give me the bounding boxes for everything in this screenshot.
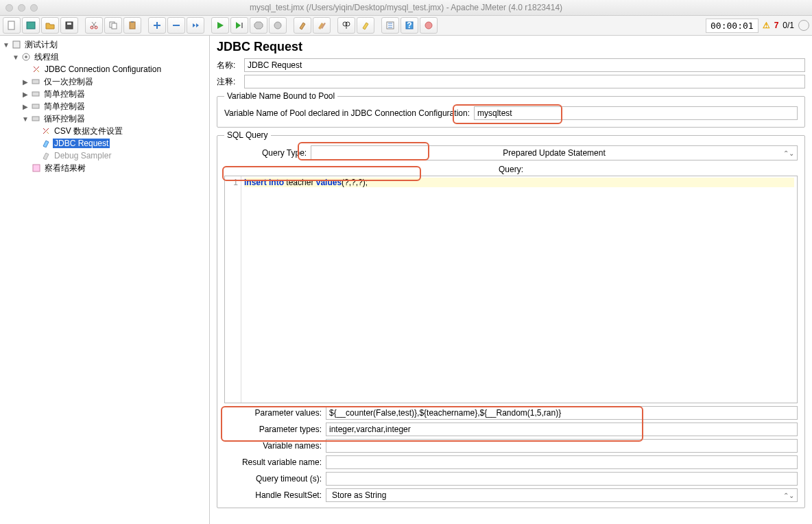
tree-item-jdbc-config[interactable]: JDBC Connection Configuration (0, 63, 209, 75)
code-keyword: insert into (244, 178, 284, 187)
close-window[interactable] (5, 4, 13, 12)
config-icon (32, 64, 41, 74)
sampler-icon (41, 139, 51, 148)
disclosure-icon[interactable]: ▶ (22, 78, 29, 86)
handle-value: Store as String (332, 490, 386, 500)
handle-label: Handle ResultSet: (224, 490, 326, 500)
tree-item-csv[interactable]: CSV 数据文件设置 (0, 125, 209, 137)
tree-item-results-tree[interactable]: 察看结果树 (0, 162, 209, 174)
svg-rect-24 (32, 117, 39, 121)
help-icon[interactable]: ? (401, 17, 418, 34)
name-label: 名称: (217, 60, 240, 71)
code-text2: (?,?,?); (342, 178, 368, 187)
templates-icon[interactable] (22, 17, 40, 34)
warning-count: 7 (774, 21, 779, 30)
tree-item-once-controller[interactable]: ▶仅一次控制器 (0, 75, 209, 88)
result-var-label: Result variable name: (224, 457, 326, 467)
comment-label: 注释: (217, 76, 240, 88)
tree-panel[interactable]: ▼测试计划 ▼线程组 JDBC Connection Configuration… (0, 36, 210, 524)
paste-icon[interactable] (123, 17, 141, 34)
svg-rect-18 (13, 41, 20, 48)
run-noTimers-icon[interactable] (230, 17, 248, 34)
gauge-icon[interactable] (798, 20, 809, 31)
chevron-updown-icon: ⌃⌄ (783, 492, 794, 499)
disclosure-icon[interactable]: ▼ (22, 115, 29, 123)
tree-root[interactable]: ▼测试计划 (0, 38, 209, 51)
minimize-window[interactable] (18, 4, 25, 12)
shutdown-icon[interactable] (269, 17, 287, 34)
elapsed-timer: 00:00:01 (706, 19, 759, 33)
threadgroup-icon (21, 52, 31, 62)
search-icon[interactable] (337, 17, 355, 34)
reset-search-icon[interactable] (357, 17, 374, 34)
code-keyword2: values (316, 178, 342, 187)
stop-icon[interactable] (250, 17, 267, 34)
window-controls[interactable] (5, 4, 38, 12)
sqlquery-legend: SQL Query (224, 130, 271, 140)
tools-icon[interactable] (420, 17, 438, 34)
param-types-input[interactable] (326, 422, 798, 436)
query-label: Query: (224, 165, 798, 174)
zoom-window[interactable] (30, 4, 38, 12)
expand-icon[interactable] (148, 17, 166, 34)
disclosure-icon[interactable]: ▶ (22, 103, 29, 110)
svg-point-17 (425, 22, 432, 29)
tree-threadgroup[interactable]: ▼线程组 (0, 51, 209, 63)
content-panel: JDBC Request 名称: 注释: Variable Name Bound… (210, 36, 812, 524)
handle-select[interactable]: Store as String⌃⌄ (326, 488, 798, 502)
svg-rect-23 (32, 104, 39, 108)
function-helper-icon[interactable] (381, 17, 399, 34)
sampler-icon (41, 151, 51, 160)
save-icon[interactable] (60, 17, 78, 34)
query-editor[interactable]: 1 insert into teacher values(?,?,?); (224, 176, 798, 403)
cut-icon[interactable] (85, 17, 103, 34)
result-var-input[interactable] (326, 455, 798, 469)
tree-item-jdbc-request[interactable]: JDBC Request (0, 137, 209, 150)
clear-all-icon[interactable] (313, 17, 331, 34)
pool-var-input[interactable] (474, 106, 798, 120)
titlebar: mysql_test.jmx (/Users/yiqin/Desktop/mys… (0, 0, 812, 15)
clear-icon[interactable] (294, 17, 311, 34)
svg-rect-8 (130, 22, 135, 29)
query-type-select[interactable]: Prepared Update Statement ⌃⌄ (311, 145, 798, 160)
name-input[interactable] (244, 58, 805, 72)
copy-icon[interactable] (104, 17, 122, 34)
var-names-input[interactable] (326, 439, 798, 453)
disclosure-icon[interactable]: ▼ (3, 41, 10, 49)
pool-var-label: Variable Name of Pool declared in JDBC C… (224, 108, 470, 118)
new-file-icon[interactable] (3, 17, 21, 34)
toggle-icon[interactable] (187, 17, 204, 34)
tree-item-simple-controller2[interactable]: ▶简单控制器 (0, 100, 209, 112)
comment-input[interactable] (244, 75, 805, 88)
disclosure-icon[interactable]: ▶ (22, 91, 29, 98)
window-title: mysql_test.jmx (/Users/yiqin/Desktop/mys… (250, 3, 562, 12)
toolbar: ? 00:00:01 ⚠ 7 0/1 (0, 15, 812, 36)
svg-rect-25 (33, 165, 40, 171)
listener-icon (32, 163, 41, 173)
var-names-label: Variable names: (224, 441, 326, 451)
tree-item-simple-controller[interactable]: ▶简单控制器 (0, 88, 209, 100)
pool-fieldset: Variable Name Bound to Pool Variable Nam… (217, 91, 805, 128)
query-type-value: Prepared Update Statement (503, 148, 605, 158)
svg-rect-7 (112, 23, 117, 29)
param-types-label: Parameter types: (224, 425, 326, 434)
svg-rect-10 (241, 23, 243, 28)
disclosure-icon[interactable]: ▼ (12, 53, 19, 61)
collapse-icon[interactable] (167, 17, 185, 34)
run-icon[interactable] (211, 17, 229, 34)
chevron-updown-icon: ⌃⌄ (783, 150, 794, 157)
sqlquery-fieldset: SQL Query Query Type: Prepared Update St… (217, 130, 805, 508)
timeout-input[interactable] (326, 472, 798, 486)
svg-rect-9 (131, 21, 134, 23)
svg-rect-22 (32, 92, 39, 96)
panel-title: JDBC Request (217, 40, 805, 54)
testplan-icon (12, 40, 21, 49)
tree-item-debug-sampler[interactable]: Debug Sampler (0, 150, 209, 162)
warning-icon[interactable]: ⚠ (763, 21, 770, 30)
tree-item-loop-controller[interactable]: ▼循环控制器 (0, 112, 209, 125)
param-values-input[interactable] (326, 406, 798, 420)
svg-point-20 (25, 56, 27, 58)
config-icon (41, 126, 51, 136)
open-icon[interactable] (41, 17, 59, 34)
svg-rect-1 (27, 22, 35, 29)
